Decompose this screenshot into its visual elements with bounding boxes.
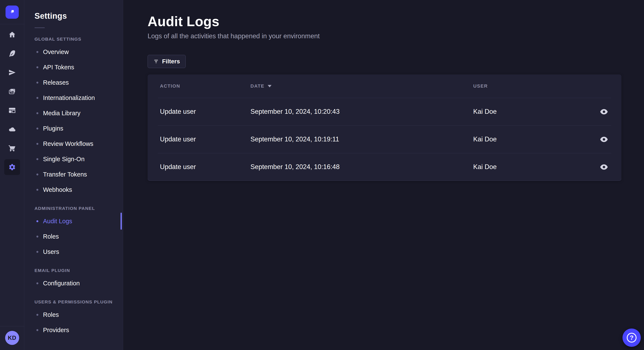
bullet-icon xyxy=(36,66,38,68)
bullet-icon xyxy=(36,128,38,130)
sidebar-item-label: Roles xyxy=(43,233,59,240)
bullet-icon xyxy=(36,251,38,253)
sidebar-item-overview[interactable]: Overview xyxy=(34,44,123,59)
layout-icon[interactable] xyxy=(4,103,20,118)
settings-nav: Settings GLOBAL SETTINGS Overview API To… xyxy=(24,0,123,350)
audit-table-body: Update user September 10, 2024, 10:20:43… xyxy=(148,98,622,181)
icon-rail: KD xyxy=(0,0,24,350)
cloud-icon[interactable] xyxy=(4,121,20,137)
sidebar-item-internationalization[interactable]: Internationalization xyxy=(34,90,123,105)
sidebar-item-plugins[interactable]: Plugins xyxy=(34,121,123,136)
help-button[interactable]: ? xyxy=(622,329,641,347)
sort-descending-icon[interactable] xyxy=(268,85,272,87)
rail-items xyxy=(4,27,20,178)
table-row: Update user September 10, 2024, 10:19:11… xyxy=(148,126,622,153)
sidebar-section-items: Roles Providers xyxy=(34,307,123,338)
bullet-icon xyxy=(36,189,38,191)
main-content: Audit Logs Logs of all the activities th… xyxy=(123,0,644,350)
sidebar-item-label: Internationalization xyxy=(43,94,95,101)
table-row: Update user September 10, 2024, 10:16:48… xyxy=(148,153,622,181)
sidebar-section-label: GLOBAL SETTINGS xyxy=(34,37,123,42)
logo-box xyxy=(0,0,24,24)
sidebar-item-label: Media Library xyxy=(43,110,80,117)
sidebar-item-webhooks[interactable]: Webhooks xyxy=(34,182,123,197)
sidebar-section: USERS & PERMISSIONS PLUGIN Roles Provide… xyxy=(34,299,123,338)
home-icon[interactable] xyxy=(4,27,20,42)
sidebar-section: ADMINISTRATION PANEL Audit Logs Roles Us… xyxy=(34,206,123,259)
sidebar-item-label: Configuration xyxy=(43,280,80,287)
sidebar-section-label: USERS & PERMISSIONS PLUGIN xyxy=(34,299,123,305)
sidebar-section-label: EMAIL PLUGIN xyxy=(34,268,123,273)
sidebar-item-providers[interactable]: Providers xyxy=(34,322,123,338)
sidebar-item-label: Transfer Tokens xyxy=(43,171,87,178)
sidebar-item-single-sign-on[interactable]: Single Sign-On xyxy=(34,151,123,167)
bullet-icon xyxy=(36,112,38,114)
view-log-details-button[interactable] xyxy=(599,108,609,116)
strapi-logo-icon xyxy=(8,8,16,16)
page-subtitle: Logs of all the activities that happened… xyxy=(148,32,622,40)
sidebar-item-label: Providers xyxy=(43,327,69,334)
filters-button[interactable]: Filters xyxy=(148,55,186,68)
cell-user: Kai Doe xyxy=(473,108,589,116)
sidebar-item-label: API Tokens xyxy=(43,64,74,71)
avatar[interactable]: KD xyxy=(5,331,19,345)
bullet-icon xyxy=(36,143,38,145)
bullet-icon xyxy=(36,51,38,53)
table-header: ACTION DATE USER xyxy=(148,74,622,98)
sidebar-item-media-library[interactable]: Media Library xyxy=(34,105,123,121)
cell-action: Update user xyxy=(160,108,250,116)
column-header-date: DATE xyxy=(250,83,473,89)
sidebar-sections: GLOBAL SETTINGS Overview API Tokens Rele… xyxy=(34,37,123,338)
settings-gear-icon[interactable] xyxy=(4,159,20,175)
sidebar-section-items: Overview API Tokens Releases Internation… xyxy=(34,44,123,197)
bullet-icon xyxy=(36,97,38,99)
marketplace-cart-icon[interactable] xyxy=(4,140,20,156)
sidebar-item-users[interactable]: Users xyxy=(34,244,123,259)
cell-user: Kai Doe xyxy=(473,136,589,143)
cell-action: Update user xyxy=(160,163,250,171)
eye-icon xyxy=(600,164,608,170)
bullet-icon xyxy=(36,82,38,84)
feather-icon[interactable] xyxy=(4,46,20,61)
sidebar-item-configuration[interactable]: Configuration xyxy=(34,276,123,291)
bullet-icon xyxy=(36,236,38,237)
page-title: Audit Logs xyxy=(148,14,622,29)
sidebar-section-items: Configuration xyxy=(34,276,123,291)
column-header-user: USER xyxy=(473,83,589,89)
filter-icon xyxy=(153,59,159,64)
question-mark-icon: ? xyxy=(627,333,636,343)
sidebar-item-label: Users xyxy=(43,248,59,255)
table-row: Update user September 10, 2024, 10:20:43… xyxy=(148,98,622,126)
sidebar-item-releases[interactable]: Releases xyxy=(34,75,123,90)
sidebar-item-label: Releases xyxy=(43,79,69,86)
sidebar-section: EMAIL PLUGIN Configuration xyxy=(34,268,123,291)
sidebar-item-roles[interactable]: Roles xyxy=(34,307,123,322)
eye-icon xyxy=(600,137,608,142)
bullet-icon xyxy=(36,314,38,316)
paper-plane-icon[interactable] xyxy=(4,65,20,80)
view-log-details-button[interactable] xyxy=(599,136,609,143)
sidebar-item-api-tokens[interactable]: API Tokens xyxy=(34,59,123,75)
sidebar-item-transfer-tokens[interactable]: Transfer Tokens xyxy=(34,167,123,182)
filters-button-label: Filters xyxy=(162,58,180,65)
column-header-action: ACTION xyxy=(160,83,250,89)
strapi-logo[interactable] xyxy=(6,5,19,19)
sidebar-item-label: Single Sign-On xyxy=(43,156,84,163)
cell-action: Update user xyxy=(160,136,250,143)
sidebar-item-review-workflows[interactable]: Review Workflows xyxy=(34,136,123,151)
sidebar-section-items: Audit Logs Roles Users xyxy=(34,213,123,259)
bullet-icon xyxy=(36,158,38,160)
sidebar-item-roles[interactable]: Roles xyxy=(34,229,123,244)
sidebar-section: GLOBAL SETTINGS Overview API Tokens Rele… xyxy=(34,37,123,197)
sidebar-item-audit-logs[interactable]: Audit Logs xyxy=(34,213,123,229)
rail-footer: KD xyxy=(0,326,24,350)
sidebar-item-label: Overview xyxy=(43,48,69,55)
sidebar-section-label: ADMINISTRATION PANEL xyxy=(34,206,123,211)
eye-icon xyxy=(600,109,608,114)
media-library-icon[interactable] xyxy=(4,84,20,99)
cell-date: September 10, 2024, 10:19:11 xyxy=(250,136,473,143)
cell-date: September 10, 2024, 10:16:48 xyxy=(250,163,473,171)
toolbar: Filters xyxy=(148,55,622,68)
view-log-details-button[interactable] xyxy=(599,163,609,171)
sidebar-item-label: Webhooks xyxy=(43,186,72,193)
